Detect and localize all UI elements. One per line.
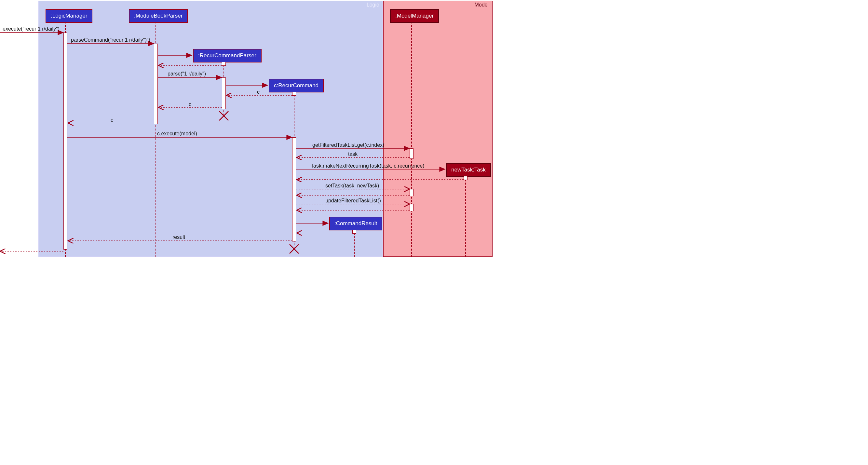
activation-recur-command-create <box>292 92 296 96</box>
msg-return-c-1: c <box>257 89 259 95</box>
lifeline-model-manager <box>411 22 412 257</box>
msg-return-c-2: c <box>189 101 191 107</box>
activation-recur-command-parser-create <box>222 62 226 66</box>
activation-model-manager-1 <box>410 148 413 159</box>
msg-get-filtered: getFilteredTaskList.get(c.index) <box>312 142 384 148</box>
msg-return-c-3: c <box>111 117 113 123</box>
msg-set-task: setTask(task, newTask) <box>326 183 379 189</box>
activation-model-manager-3 <box>410 204 413 211</box>
participant-logic-manager: :LogicManager <box>45 9 92 23</box>
msg-task: task <box>348 151 358 157</box>
lifeline-new-task <box>465 176 466 257</box>
msg-result: result <box>173 234 185 240</box>
participant-model-manager: :ModelManager <box>390 9 439 23</box>
msg-c-execute: c.execute(model) <box>157 131 197 137</box>
participant-recur-command-parser: :RecurCommandParser <box>193 49 261 62</box>
msg-parse: parse("1 r/daily") <box>167 71 206 77</box>
participant-command-result: :CommandResult <box>329 217 382 230</box>
activation-module-book-parser <box>154 43 158 124</box>
activation-command-result <box>352 230 356 234</box>
activation-logic-manager <box>63 33 67 250</box>
model-frame: Model <box>383 1 493 257</box>
activation-new-task <box>464 176 467 180</box>
logic-frame-label: Logic <box>367 1 379 8</box>
msg-execute: execute("recur 1 r/daily") <box>3 26 60 32</box>
participant-recur-command: c:RecurCommand <box>269 79 324 92</box>
activation-model-manager-2 <box>410 189 413 196</box>
destroy-icon <box>219 111 229 121</box>
participant-new-task: newTask:Task <box>446 163 491 177</box>
lifeline-command-result <box>354 230 354 257</box>
activation-recur-command <box>292 137 296 242</box>
participant-module-book-parser: :ModuleBookParser <box>129 9 188 23</box>
activation-recur-command-parser <box>222 78 226 109</box>
msg-make-next: Task.makeNextRecurringTask(task, c.recur… <box>311 163 424 169</box>
model-frame-label: Model <box>474 1 489 8</box>
sequence-diagram: Logic Model :LogicManager :ModuleBookPar… <box>0 0 493 257</box>
msg-parse-command: parseCommand("recur 1 r/daily")") <box>71 37 150 43</box>
destroy-icon <box>289 244 299 254</box>
msg-update-filtered: updateFilteredTaskList() <box>326 198 381 204</box>
